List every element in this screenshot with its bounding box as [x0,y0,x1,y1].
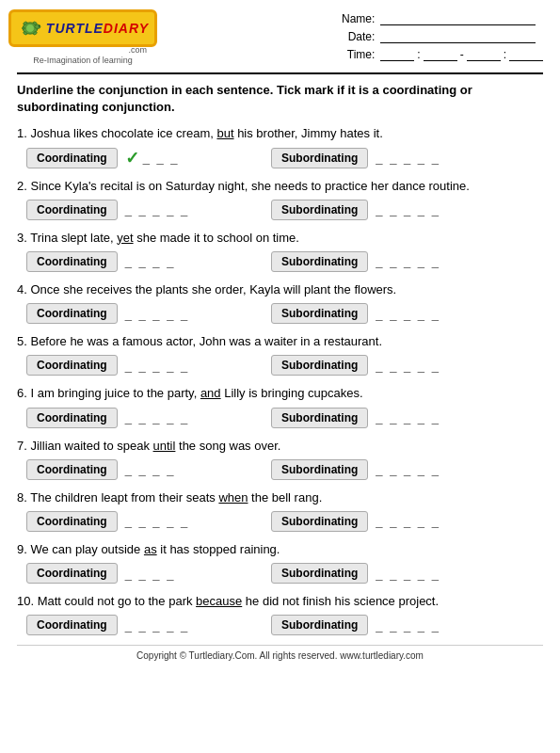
time-blank-4 [509,47,543,61]
logo-box: TURTLEDIARY [8,9,157,47]
subordinating-button-9[interactable]: Subordinating [271,563,368,584]
subordinating-button-2[interactable]: Subordinating [271,200,368,220]
svg-point-1 [25,24,34,33]
question-1-text: 1. Joshua likes chocolate ice cream, but… [17,125,543,142]
time-label: Time: [337,48,375,61]
question-1-answer: Coordinating ✓ _ _ _ Subordinating _ _ _… [26,148,552,168]
dash-area-subord-1: _ _ _ _ _ [376,151,440,165]
time-field-row: Time: : - : [337,47,543,61]
page: TURTLEDIARY .com Re-Imagination of learn… [0,0,560,753]
coordinating-button-7[interactable]: Coordinating [26,459,118,480]
question-4-answer: Coordinating _ _ _ _ _ Subordinating _ _… [26,303,552,324]
logo-tagline: Re-Imagination of learning [33,56,133,65]
question-3-text: 3. Trina slept late, yet she made it to … [17,230,543,247]
instructions: Underline the conjunction in each senten… [17,82,543,116]
subordinating-button-8[interactable]: Subordinating [271,511,368,532]
question-5-answer: Coordinating _ _ _ _ _ Subordinating _ _… [26,355,552,376]
question-3-answer: Coordinating _ _ _ _ Subordinating _ _ _… [26,251,552,272]
footer: Copyright © Turtlediary.Com. All rights … [17,645,543,661]
name-input[interactable] [380,11,536,25]
questions-container: 1. Joshua likes chocolate ice cream, but… [17,125,543,635]
header: TURTLEDIARY .com Re-Imagination of learn… [17,9,543,65]
time-blank-3 [467,47,501,61]
dashes-coord-1: _ _ _ [143,151,180,165]
form-fields: Name: Date: Time: : - : [337,9,543,61]
question-9-text: 9. We can play outside as it has stopped… [17,541,543,558]
question-2-answer: Coordinating _ _ _ _ _ Subordinating _ _… [26,200,552,220]
time-blank-2 [424,47,457,61]
subordinating-button-6[interactable]: Subordinating [271,408,368,428]
subordinating-button-4[interactable]: Subordinating [271,303,368,324]
svg-point-8 [39,25,40,26]
question-10: 10. Matt could not go to the park becaus… [17,593,543,635]
name-field-row: Name: [337,11,543,25]
question-7-answer: Coordinating _ _ _ _ Subordinating _ _ _… [26,459,552,480]
checkmark-1: ✓ [125,148,139,168]
question-5: 5. Before he was a famous actor, John wa… [17,333,543,376]
tick-area-1: ✓ _ _ _ [125,148,180,168]
logo-brand: TURTLEDIARY [46,21,149,36]
question-1: 1. Joshua likes chocolate ice cream, but… [17,125,543,168]
question-8-answer: Coordinating _ _ _ _ _ Subordinating _ _… [26,511,552,532]
question-4-text: 4. Once she receives the plants she orde… [17,281,543,298]
coordinating-button-6[interactable]: Coordinating [26,408,118,428]
subordinating-button-5[interactable]: Subordinating [271,355,368,376]
coordinating-button-2[interactable]: Coordinating [26,200,118,220]
question-6-answer: Coordinating _ _ _ _ _ Subordinating _ _… [26,408,552,428]
svg-point-7 [22,27,25,29]
question-2: 2. Since Kyla's recital is on Saturday n… [17,178,543,220]
coordinating-button-10[interactable]: Coordinating [26,615,118,635]
question-9: 9. We can play outside as it has stopped… [17,541,543,584]
coordinating-button-4[interactable]: Coordinating [26,303,118,324]
coordinating-button-9[interactable]: Coordinating [26,563,118,584]
coordinating-button-3[interactable]: Coordinating [26,251,118,272]
question-6-text: 6. I am bringing juice to the party, and… [17,385,543,402]
logo-area: TURTLEDIARY .com Re-Imagination of learn… [17,9,149,65]
question-9-answer: Coordinating _ _ _ _ Subordinating _ _ _… [26,563,552,584]
date-input[interactable] [380,29,536,43]
subordinating-button-3[interactable]: Subordinating [271,251,368,272]
date-field-row: Date: [337,29,543,43]
question-8-text: 8. The children leapt from their seats w… [17,489,543,506]
question-2-text: 2. Since Kyla's recital is on Saturday n… [17,178,543,195]
time-inputs: : - : [380,47,543,61]
coordinating-button-5[interactable]: Coordinating [26,355,118,376]
subordinating-button-10[interactable]: Subordinating [271,615,368,635]
coordinating-button-8[interactable]: Coordinating [26,511,118,532]
question-3: 3. Trina slept late, yet she made it to … [17,230,543,272]
question-7-text: 7. Jillian waited to speak until the son… [17,438,543,455]
question-5-text: 5. Before he was a famous actor, John wa… [17,333,543,350]
coordinating-button-1[interactable]: Coordinating [26,148,118,168]
question-6: 6. I am bringing juice to the party, and… [17,385,543,427]
question-7: 7. Jillian waited to speak until the son… [17,438,543,480]
logo-com: .com [17,45,149,55]
subordinating-button-1[interactable]: Subordinating [271,148,368,168]
header-divider [17,72,543,74]
date-label: Date: [337,30,375,43]
question-10-answer: Coordinating _ _ _ _ _ Subordinating _ _… [26,615,552,635]
question-10-text: 10. Matt could not go to the park becaus… [17,593,543,610]
time-blank-1 [380,47,414,61]
name-label: Name: [337,12,375,25]
question-8: 8. The children leapt from their seats w… [17,489,543,532]
question-4: 4. Once she receives the plants she orde… [17,281,543,324]
turtle-icon [17,15,43,41]
subordinating-button-7[interactable]: Subordinating [271,459,368,480]
